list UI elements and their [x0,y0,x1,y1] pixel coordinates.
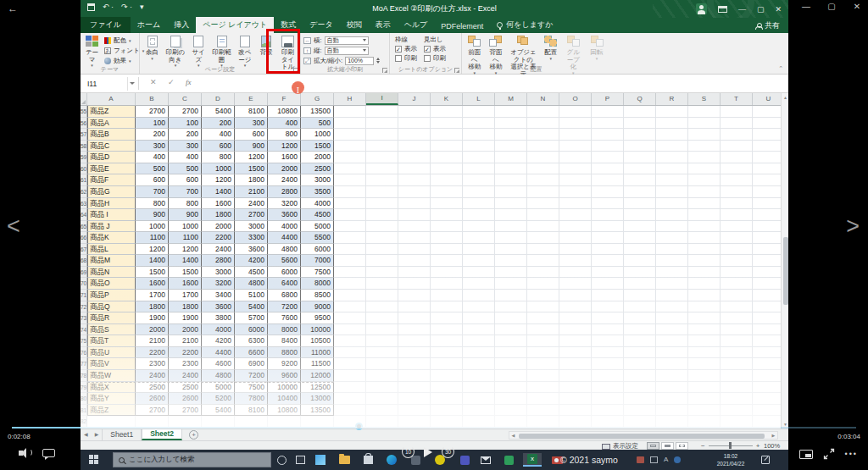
cell-G74[interactable]: 10000 [301,324,334,336]
ribbon-tab-file[interactable]: ファイル [81,17,131,33]
cell-C75[interactable]: 2100 [169,335,202,347]
column-header-C[interactable]: C [169,93,202,105]
cell-empty[interactable] [463,405,495,417]
row-header-82[interactable]: 82 [81,416,87,428]
themes-button[interactable]: テーマ ▾ [83,35,101,68]
cell-empty[interactable] [753,290,781,301]
cell-empty[interactable] [431,324,463,336]
new-sheet-button[interactable]: + [189,430,198,440]
cell-empty[interactable] [753,163,781,175]
cell-B69[interactable]: 1500 [136,267,169,279]
cell-empty[interactable] [334,174,366,186]
cell-empty[interactable] [301,416,334,428]
cell-empty[interactable] [463,163,495,175]
ribbon-tab-9[interactable]: PDFelement [434,19,490,33]
cell-empty[interactable] [753,106,781,118]
cell-empty[interactable] [527,301,559,313]
cell-empty[interactable] [527,358,559,370]
cell-empty[interactable] [753,382,781,394]
cell-empty[interactable] [527,324,559,336]
cell-empty[interactable] [624,244,656,256]
cell-empty[interactable] [431,335,463,347]
cell-empty[interactable] [559,358,592,370]
cell-F81[interactable]: 10800 [268,405,301,417]
sheet-options-dialog-launcher-icon[interactable] [454,68,459,73]
cell-empty[interactable] [398,416,431,428]
cell-F61[interactable]: 2400 [268,174,301,186]
cell-empty[interactable] [656,405,688,417]
cell-F63[interactable]: 3200 [268,198,301,210]
row-header-78[interactable]: 78 [81,370,87,382]
sheet-nav-left-icon[interactable]: ◀ [81,429,92,440]
cell-empty[interactable] [656,347,688,359]
cell-empty[interactable] [463,301,495,313]
cell-empty[interactable] [527,141,559,152]
cell-empty[interactable] [688,209,721,221]
cell-E81[interactable]: 8100 [235,405,268,417]
cell-empty[interactable] [527,335,559,347]
cell-empty[interactable] [334,209,366,221]
cell-B79[interactable]: 2500 [136,382,169,394]
cell-G75[interactable]: 10500 [301,335,334,347]
cell-empty[interactable] [753,198,781,210]
cell-empty[interactable] [334,118,366,130]
cell-empty[interactable] [431,312,463,324]
row-header-62[interactable]: 62 [81,186,87,198]
row-header-76[interactable]: 76 [81,347,87,359]
cell-empty[interactable] [431,186,463,198]
cell-empty[interactable] [559,290,592,301]
cell-empty[interactable] [463,209,495,221]
cell-empty[interactable] [431,129,463,141]
cell-empty[interactable] [495,335,527,347]
cell-empty[interactable] [235,416,268,428]
cell-C67[interactable]: 1200 [169,244,202,256]
cell-empty[interactable] [527,416,559,428]
cell-empty[interactable] [366,209,398,221]
cell-empty[interactable] [431,405,463,417]
page-setup-item-2[interactable]: サイズ▾ [189,35,209,68]
row-header-75[interactable]: 75 [81,335,87,347]
cell-empty[interactable] [431,198,463,210]
row-header-81[interactable]: 81 [81,405,87,417]
cell-empty[interactable] [495,118,527,130]
cell-empty[interactable] [753,232,781,244]
cell-B66[interactable]: 1100 [136,232,169,244]
cell-B78[interactable]: 2400 [136,370,169,382]
cell-empty[interactable] [398,163,431,175]
cell-C62[interactable]: 700 [169,186,202,198]
cell-empty[interactable] [527,221,559,233]
cell-empty[interactable] [495,141,527,152]
scale-row-input-2[interactable]: 100% [345,57,374,65]
taskbar-search-box[interactable]: ここに入力して検索 [113,452,271,467]
cell-empty[interactable] [559,382,592,394]
column-header-D[interactable]: D [202,93,235,105]
start-button[interactable] [89,455,99,465]
cell-empty[interactable] [527,370,559,382]
cell-empty[interactable] [721,129,753,141]
cell-empty[interactable] [431,267,463,279]
cell-empty[interactable] [334,370,366,382]
cell-D68[interactable]: 2800 [202,255,235,267]
cell-empty[interactable] [431,152,463,163]
page-layout-view-button[interactable] [661,442,674,450]
cell-empty[interactable] [495,221,527,233]
cell-C57[interactable]: 200 [169,129,202,141]
cell-empty[interactable] [431,106,463,118]
cell-G79[interactable]: 12500 [301,382,334,394]
scroll-right-icon[interactable]: ▶ [770,432,777,440]
cell-empty[interactable] [624,301,656,313]
cell-empty[interactable] [753,358,781,370]
cell-empty[interactable] [721,174,753,186]
row-header-65[interactable]: 65 [81,221,87,233]
cell-D65[interactable]: 2000 [202,221,235,233]
column-header-K[interactable]: K [431,93,463,105]
sheet-tab-Sheet2[interactable]: Sheet2 [142,429,182,440]
cell-E65[interactable]: 3000 [235,221,268,233]
cell-empty[interactable] [366,232,398,244]
cell-empty[interactable] [495,129,527,141]
cell-empty[interactable] [366,267,398,279]
cell-B71[interactable]: 1700 [136,290,169,301]
cell-empty[interactable] [398,405,431,417]
scroll-left-icon[interactable]: ◀ [509,432,517,440]
taskbar-icon-explorer[interactable] [335,453,353,467]
